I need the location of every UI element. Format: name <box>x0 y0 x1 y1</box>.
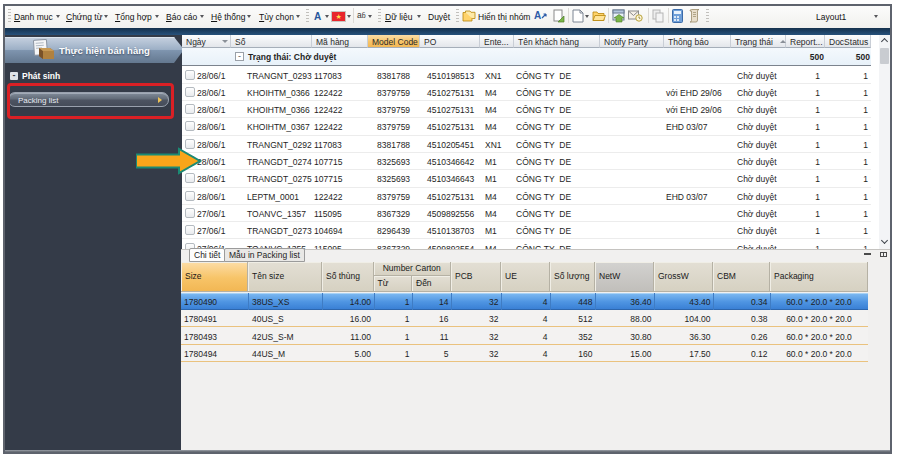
svg-text:A: A <box>534 10 541 21</box>
